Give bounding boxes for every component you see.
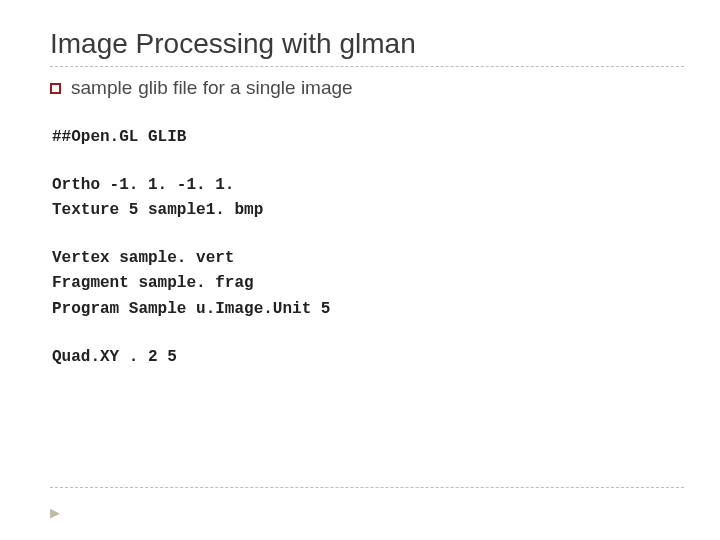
subtitle-line: sample glib file for a single image xyxy=(50,77,684,99)
slide: Image Processing with glman sample glib … xyxy=(0,0,720,540)
square-bullet-icon xyxy=(50,83,61,94)
subtitle-rest: glib file for a single image xyxy=(138,77,352,99)
slide-title: Image Processing with glman xyxy=(50,28,684,60)
footer-divider xyxy=(50,487,684,488)
title-divider xyxy=(50,66,684,67)
subtitle-lead: sample xyxy=(71,77,132,99)
code-block-3: Vertex sample. vert Fragment sample. fra… xyxy=(52,246,684,323)
code-block-2: Ortho -1. 1. -1. 1. Texture 5 sample1. b… xyxy=(52,173,684,224)
footer-arrow-icon: ▶ xyxy=(50,505,60,520)
code-block-4: Quad.XY . 2 5 xyxy=(52,345,684,371)
code-block-1: ##Open.GL GLIB xyxy=(52,125,684,151)
